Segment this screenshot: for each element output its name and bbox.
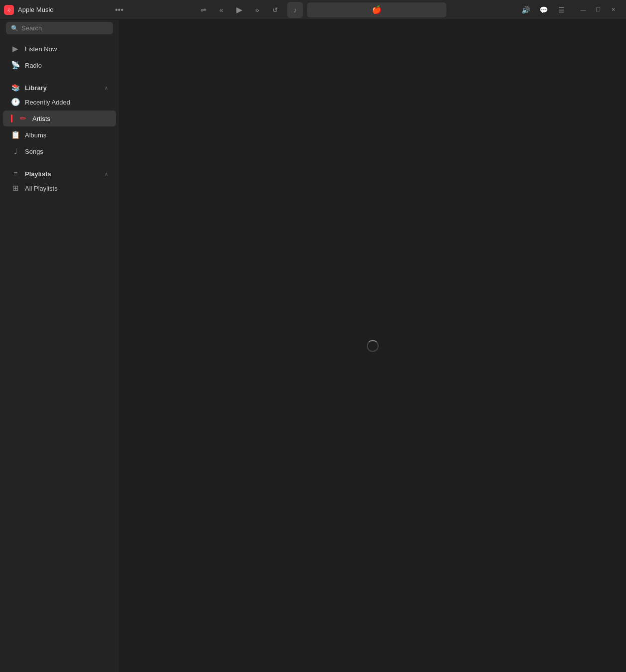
transport-controls: ⇌ « ▶ » ↺ xyxy=(196,2,283,18)
search-box[interactable]: 🔍 xyxy=(6,22,113,34)
playlists-section-header[interactable]: ≡ Playlists ∧ xyxy=(3,166,116,180)
title-bar: ♫ Apple Music ••• ⇌ « ▶ » ↺ ♪ 🍎 🔊 💬 ☰ xyxy=(0,0,626,20)
search-icon: 🔍 xyxy=(11,25,18,32)
songs-icon: ♩ xyxy=(11,147,20,156)
main-layout: 🔍 ▶ Listen Now 📡 Radio 📚 Library ∧ xyxy=(0,20,626,672)
queue-button[interactable]: ☰ xyxy=(554,3,568,17)
listen-now-icon: ▶ xyxy=(11,44,20,53)
sidebar-item-albums[interactable]: 📋 Albums xyxy=(3,127,116,143)
library-chevron-icon: ∧ xyxy=(104,85,108,91)
apple-logo-icon: 🍎 xyxy=(372,5,382,14)
now-playing-mini-button[interactable]: ♪ xyxy=(287,2,303,18)
radio-icon: 📡 xyxy=(11,61,20,70)
app-icon: ♫ xyxy=(4,5,14,15)
messages-button[interactable]: 💬 xyxy=(536,3,550,17)
search-input[interactable] xyxy=(21,24,108,32)
list-icon: ☰ xyxy=(558,6,565,14)
all-playlists-icon: ⊞ xyxy=(11,184,20,193)
active-indicator xyxy=(11,114,12,122)
next-button[interactable]: » xyxy=(249,2,265,18)
all-playlists-label: All Playlists xyxy=(25,185,58,192)
listen-now-label: Listen Now xyxy=(25,45,57,53)
now-playing-bar[interactable]: 🍎 xyxy=(307,2,446,17)
artists-label: Artists xyxy=(32,115,50,122)
sidebar-item-radio[interactable]: 📡 Radio xyxy=(3,57,116,73)
message-icon: 💬 xyxy=(539,6,548,14)
recently-added-label: Recently Added xyxy=(25,99,70,106)
maximize-button[interactable]: ☐ xyxy=(591,3,605,17)
title-bar-center: ⇌ « ▶ » ↺ ♪ 🍎 xyxy=(123,2,519,18)
library-section-header[interactable]: 📚 Library ∧ xyxy=(3,80,116,94)
title-bar-left: ♫ Apple Music ••• xyxy=(4,5,123,15)
recently-added-icon: 🕐 xyxy=(11,98,20,107)
sidebar-item-artists[interactable]: ✏ Artists xyxy=(3,111,116,126)
library-label: Library xyxy=(25,84,100,92)
minimize-button[interactable]: — xyxy=(576,3,590,17)
sidebar-item-listen-now[interactable]: ▶ Listen Now xyxy=(3,41,116,57)
playlists-label: Playlists xyxy=(25,170,100,178)
search-container: 🔍 xyxy=(0,20,119,38)
listen-now-section: ▶ Listen Now 📡 Radio xyxy=(0,38,119,76)
library-section: 📚 Library ∧ 🕐 Recently Added ✏ Artists 📋… xyxy=(0,76,119,162)
app-icon-symbol: ♫ xyxy=(7,7,11,12)
volume-icon: 🔊 xyxy=(522,6,530,14)
close-button[interactable]: ✕ xyxy=(606,3,620,17)
playlists-icon: ≡ xyxy=(11,170,20,178)
previous-button[interactable]: « xyxy=(213,2,229,18)
title-bar-right: 🔊 💬 ☰ — ☐ ✕ xyxy=(519,3,622,17)
music-note-icon: ♪ xyxy=(294,6,297,14)
repeat-button[interactable]: ↺ xyxy=(267,2,283,18)
library-icon: 📚 xyxy=(11,84,20,92)
songs-label: Songs xyxy=(25,148,43,155)
sidebar-item-all-playlists[interactable]: ⊞ All Playlists xyxy=(3,180,116,196)
sidebar-item-songs[interactable]: ♩ Songs xyxy=(3,143,116,159)
albums-label: Albums xyxy=(25,131,46,139)
sidebar: 🔍 ▶ Listen Now 📡 Radio 📚 Library ∧ xyxy=(0,20,119,672)
sidebar-item-recently-added[interactable]: 🕐 Recently Added xyxy=(3,94,116,110)
app-title: Apple Music xyxy=(18,6,53,13)
playlists-section: ≡ Playlists ∧ ⊞ All Playlists xyxy=(0,162,119,199)
radio-label: Radio xyxy=(25,62,42,69)
volume-button[interactable]: 🔊 xyxy=(519,3,532,17)
more-options-button[interactable]: ••• xyxy=(115,5,123,14)
main-content xyxy=(119,20,626,672)
albums-icon: 📋 xyxy=(11,130,20,139)
window-controls: — ☐ ✕ xyxy=(576,3,620,17)
playlists-chevron-icon: ∧ xyxy=(104,171,108,177)
shuffle-button[interactable]: ⇌ xyxy=(196,2,211,18)
loading-spinner xyxy=(367,340,379,352)
play-button[interactable]: ▶ xyxy=(231,2,247,18)
artists-icon: ✏ xyxy=(18,114,27,123)
